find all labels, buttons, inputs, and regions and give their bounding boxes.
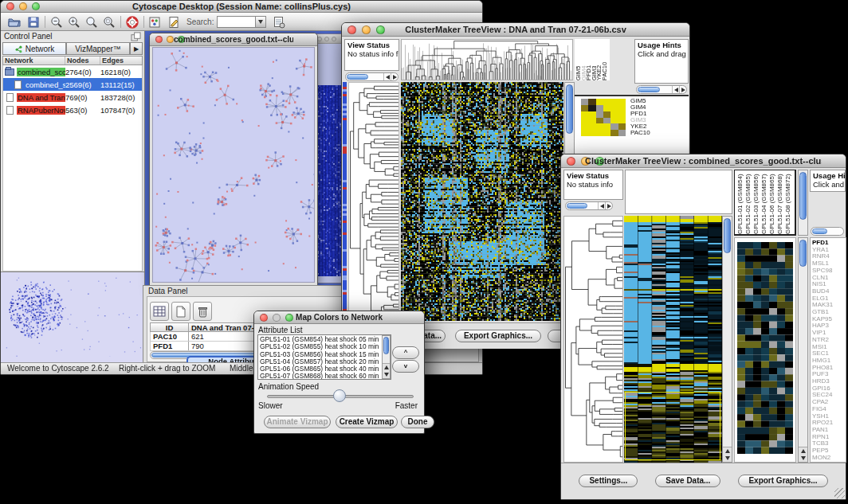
zoom-out-icon[interactable] xyxy=(49,15,64,29)
open-icon[interactable] xyxy=(7,15,22,29)
matrix-cell[interactable] xyxy=(618,111,626,118)
matrix-cell[interactable] xyxy=(588,105,595,111)
network-list-row[interactable]: DNA and Tran 07769(0)183728(0) xyxy=(3,91,142,104)
tv2-gene-vscrollbar[interactable] xyxy=(798,237,808,463)
matrix-cell[interactable] xyxy=(588,99,595,105)
tv2-action-button[interactable]: Settings... xyxy=(579,475,638,487)
zoom-button[interactable] xyxy=(332,37,336,41)
matrix-cell[interactable] xyxy=(596,111,603,118)
vizmapper-icon[interactable] xyxy=(147,15,162,29)
move-down-button[interactable]: v xyxy=(392,360,419,373)
network-canvas[interactable] xyxy=(153,48,315,283)
tv2-heatmap[interactable] xyxy=(624,216,722,463)
tv2-titlebar[interactable]: ClusterMaker TreeView : combined_scores_… xyxy=(561,154,846,168)
matrix-cell[interactable] xyxy=(618,118,626,124)
column-header-nodes[interactable]: Nodes xyxy=(65,57,100,64)
tv2-heatmap-vscrollbar[interactable] xyxy=(722,216,732,463)
help-lifering-icon[interactable] xyxy=(125,15,139,29)
matrix-cell[interactable] xyxy=(581,111,588,118)
zoom-fit-icon[interactable] xyxy=(102,15,116,29)
save-icon[interactable] xyxy=(26,15,41,29)
correlation-matrix[interactable] xyxy=(581,99,626,136)
tv1-status-hscrollbar[interactable] xyxy=(345,72,398,81)
matrix-cell[interactable] xyxy=(581,118,588,124)
scroll-up-icon[interactable] xyxy=(799,447,807,455)
row-dendrogram-canvas[interactable] xyxy=(349,83,398,320)
animate-vizmap-button[interactable]: Animate Vizmap xyxy=(264,416,331,428)
close-button[interactable] xyxy=(155,36,163,43)
matrix-cell[interactable] xyxy=(610,105,618,111)
tv2-column-vscrollbar[interactable] xyxy=(798,170,808,236)
scroll-down-icon[interactable] xyxy=(723,455,732,462)
import-table-icon[interactable] xyxy=(272,15,286,29)
tv1-heatmap[interactable] xyxy=(401,82,563,321)
tv2-status-hscrollbar[interactable] xyxy=(565,201,613,210)
zoom-in-icon[interactable] xyxy=(67,15,81,29)
scroll-left-icon[interactable] xyxy=(383,73,391,80)
matrix-cell[interactable] xyxy=(588,123,595,130)
matrix-cell[interactable] xyxy=(588,118,595,124)
column-dendrogram-canvas[interactable] xyxy=(402,40,572,80)
annotation-icon[interactable] xyxy=(167,15,181,29)
matrix-cell[interactable] xyxy=(603,130,610,136)
close-button[interactable] xyxy=(567,157,575,166)
scroll-up-icon[interactable] xyxy=(383,364,390,371)
matrix-cell[interactable] xyxy=(588,111,595,118)
tab-overflow-button[interactable]: ▶ xyxy=(130,42,143,55)
tv2-hints-hscrollbar[interactable] xyxy=(811,227,844,236)
matrix-cell[interactable] xyxy=(603,105,610,111)
minimize-button[interactable] xyxy=(167,36,174,43)
matrix-cell[interactable] xyxy=(588,130,595,136)
matrix-cell[interactable] xyxy=(581,105,588,111)
scroll-right-icon[interactable] xyxy=(679,86,686,93)
tab-vizmapper[interactable]: VizMapper™ xyxy=(66,42,130,55)
tv2-action-button[interactable]: Save Data... xyxy=(655,475,720,487)
float-panel-icon[interactable] xyxy=(131,32,141,41)
tv1-hints-hscrollbar[interactable] xyxy=(636,85,687,94)
matrix-cell[interactable] xyxy=(610,130,618,136)
animation-speed-slider-thumb[interactable] xyxy=(333,389,346,402)
dense-network-canvas[interactable] xyxy=(316,85,344,276)
move-up-button[interactable]: ^ xyxy=(392,346,419,359)
matrix-cell[interactable] xyxy=(596,118,603,124)
close-button[interactable] xyxy=(260,314,268,322)
matrix-cell[interactable] xyxy=(610,111,618,118)
network-window-titlebar[interactable]: combined_scores_good.txt--cluste... xyxy=(150,33,317,46)
matrix-cell[interactable] xyxy=(596,99,603,105)
resize-grip[interactable] xyxy=(834,488,845,498)
matrix-cell[interactable] xyxy=(596,105,603,111)
matrix-cell[interactable] xyxy=(596,130,603,136)
matrix-cell[interactable] xyxy=(618,105,626,111)
matrix-cell[interactable] xyxy=(618,123,626,130)
column-header-id[interactable]: ID xyxy=(151,323,189,331)
attribute-item[interactable]: GPL51-07 (GSM868) heat shock 60 min xyxy=(260,373,389,380)
tab-network[interactable]: Network xyxy=(2,42,66,55)
matrix-cell[interactable] xyxy=(618,99,626,105)
matrix-cell[interactable] xyxy=(581,130,588,136)
network-list-row[interactable]: combined_scores2764(0)16218(0) xyxy=(3,65,142,78)
dialog-titlebar[interactable]: Map Colors to Network xyxy=(254,311,424,324)
attribute-list-scrollbar[interactable] xyxy=(382,335,391,379)
scroll-down-icon[interactable] xyxy=(799,455,807,462)
matrix-cell[interactable] xyxy=(603,99,610,105)
matrix-cell[interactable] xyxy=(603,118,610,124)
tv1-action-button[interactable]: Export Graphics... xyxy=(455,330,541,342)
search-input[interactable] xyxy=(217,16,266,28)
birdseye-canvas[interactable] xyxy=(6,277,141,357)
column-header-edges[interactable]: Edges xyxy=(100,57,142,64)
network-list-row[interactable]: RNAPuberNov2+!563(0)107847(0) xyxy=(3,104,142,116)
zoom-region-icon[interactable] xyxy=(84,15,99,29)
tv2-action-button[interactable]: Export Graphics... xyxy=(738,475,827,487)
scroll-left-icon[interactable] xyxy=(672,86,679,93)
close-button[interactable] xyxy=(6,2,14,10)
create-vizmap-button[interactable]: Create Vizmap xyxy=(336,416,398,428)
gene-summary-heatmap[interactable] xyxy=(737,242,793,454)
row-dendrogram-canvas[interactable] xyxy=(564,217,622,462)
minimize-button[interactable] xyxy=(324,37,329,41)
network-list-row[interactable]: combined_sco2569(6)13112(15) xyxy=(3,78,142,91)
scroll-right-icon[interactable] xyxy=(391,73,398,80)
close-button[interactable] xyxy=(347,25,356,34)
matrix-cell[interactable] xyxy=(610,99,618,105)
matrix-cell[interactable] xyxy=(581,123,588,130)
scroll-left-icon[interactable] xyxy=(598,202,605,209)
